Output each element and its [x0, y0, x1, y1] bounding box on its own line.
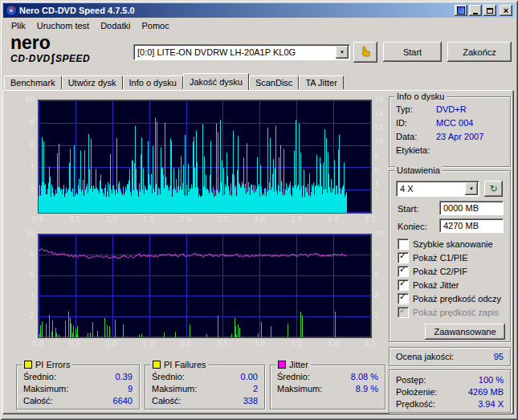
close-button[interactable]: × [500, 5, 512, 16]
legend-box-pi-failures: PI FailuresŚrednio:0.00Maksimum:2Całość:… [145, 365, 265, 410]
checkbox-pokaż-jitter[interactable]: ✓Pokaż Jitter [398, 279, 459, 291]
settings-group: Ustawienia 4 X ▼ ↻ Start: 0000 MB Koniec… [389, 170, 511, 342]
checkbox-box[interactable] [398, 239, 409, 250]
drive-select-value: [0:0] LITE-ON DVDRW LH-20A1P KL0G [134, 47, 335, 57]
chevron-down-icon[interactable]: ▼ [465, 182, 478, 195]
legend-color-swatch [278, 361, 286, 369]
y-axis-tick-left: 2 [15, 186, 35, 194]
advanced-button[interactable]: Zaawansowane [425, 324, 505, 340]
menu-item-pomoc[interactable]: Pomoc [136, 20, 174, 31]
logo-speed: SPEED [55, 53, 90, 64]
nero-logo: nero CD·DVD∫SPEED [10, 34, 131, 64]
info-value: 6640 [113, 395, 133, 407]
app-window: Nero CD-DVD Speed 4.7.5.0 × PlikUruchom … [0, 0, 518, 420]
start-mb-value: 0000 MB [443, 203, 479, 213]
info-label: Data: [396, 131, 436, 143]
info-label: Maksimum: [152, 383, 197, 395]
checkbox-szybkie-skanowanie[interactable]: Szybkie skanowanie [398, 239, 493, 250]
minimize-button[interactable] [469, 5, 482, 16]
drive-select[interactable]: [0:0] LITE-ON DVDRW LH-20A1P KL0G ▼ [133, 44, 350, 60]
window-title: Nero CD-DVD Speed 4.7.5.0 [19, 6, 452, 15]
y-axis-tick-right: 8 [374, 152, 390, 161]
legend-box-pi-errors: PI ErrorsŚrednio:0.39Maksimum:9Całość:66… [16, 365, 140, 410]
y-axis-tick-right: 14 [374, 110, 390, 119]
titlebar-extra-button[interactable] [455, 5, 467, 16]
menu-item-plik[interactable]: Plik [6, 20, 31, 31]
info-label: Maksimum: [277, 383, 322, 395]
info-label: Etykieta: [396, 145, 436, 157]
close-icon: × [504, 6, 508, 15]
speed-select[interactable]: 4 X ▼ [396, 181, 479, 197]
info-row: Postęp:100 % [390, 374, 510, 386]
y-axis-tick-left: 10 [15, 96, 35, 104]
checkbox-box[interactable]: ✓ [398, 279, 409, 291]
x-axis-tick: 2.0 [175, 215, 196, 224]
y-axis-tick-right: 4 [374, 292, 390, 300]
legend-title-text: PI Failures [164, 359, 206, 370]
info-label: Maksimum: [23, 383, 68, 395]
info-row: Etykieta: [390, 145, 510, 157]
app-icon [6, 5, 17, 16]
y-axis-tick-right: 6 [374, 271, 390, 279]
checkbox-pokaż-prędkość-zapis[interactable]: ✓Pokaż prędkość zapis [398, 307, 499, 318]
checkbox-box[interactable]: ✓ [398, 293, 409, 304]
info-value: 9 [128, 383, 133, 395]
tab-jakość-dysku[interactable]: Jakość dysku [183, 73, 249, 90]
exit-button[interactable]: Zakończ [447, 42, 512, 62]
check-icon: ✓ [399, 292, 406, 302]
checkbox-label: Pokaż C2/PIF [413, 267, 467, 276]
info-row: Średnio:8.08 % [271, 371, 385, 383]
x-axis-tick: 2.0 [175, 340, 196, 349]
check-icon: ✓ [399, 278, 406, 288]
start-button[interactable]: Start [383, 42, 442, 62]
y-axis-tick-right: 2 [374, 194, 390, 203]
info-label: Postęp: [396, 374, 426, 386]
y-axis-tick-left: 4 [15, 292, 35, 300]
legend-color-swatch [153, 361, 161, 369]
checkbox-pokaż-prędkość-odczy[interactable]: ✓Pokaż prędkość odczy [398, 293, 501, 304]
check-icon: ✓ [399, 264, 406, 275]
maximize-button[interactable] [483, 5, 496, 16]
y-axis-tick-right: 6 [374, 166, 390, 175]
refresh-icon: ↻ [489, 183, 497, 194]
checkbox-box[interactable]: ✓ [398, 307, 409, 318]
checkbox-label: Pokaż C1/PIE [413, 253, 467, 263]
refresh-button[interactable]: ↻ [484, 181, 503, 197]
y-axis-tick-right: 4 [374, 180, 390, 189]
start-mb-label: Start: [398, 202, 418, 216]
info-value: 2 [253, 383, 258, 395]
progress-box: Postęp:100 %Położenie:4269 MBPrędkość:3.… [389, 369, 511, 413]
checkbox-pokaż-c1-pie[interactable]: ✓Pokaż C1/PIE [398, 252, 467, 263]
chevron-down-icon[interactable]: ▼ [336, 46, 349, 59]
y-axis-tick-right: 12 [374, 124, 390, 133]
info-label: ID: [396, 117, 436, 129]
hand-icon-button[interactable] [353, 42, 377, 63]
y-axis-tick-left: 2 [15, 312, 35, 320]
speed-select-value: 4 X [397, 184, 464, 194]
legend-color-swatch [24, 361, 32, 369]
hand-icon [359, 45, 372, 59]
y-axis-tick-right: 2 [374, 312, 390, 320]
checkbox-box[interactable]: ✓ [398, 266, 409, 277]
x-axis-tick: 0.0 [27, 340, 48, 349]
info-row: Średnio:0.39 [17, 371, 139, 383]
titlebar: Nero CD-DVD Speed 4.7.5.0 × [3, 3, 515, 18]
start-mb-input[interactable]: 0000 MB [439, 201, 504, 215]
checkbox-pokaż-c2-pif[interactable]: ✓Pokaż C2/PIF [398, 266, 467, 277]
x-axis-tick: 0.5 [64, 215, 85, 224]
tab-benchmark[interactable]: Benchmark [4, 75, 62, 89]
tab-utwórz-dysk[interactable]: Utwórz dysk [62, 75, 123, 89]
titlebar-buttons: × [455, 5, 512, 16]
x-axis-tick: 1.5 [138, 215, 159, 224]
info-value: 8.9 % [356, 383, 378, 395]
checkbox-box[interactable]: ✓ [398, 252, 409, 263]
minimize-icon [473, 13, 478, 14]
x-axis-tick: 4.5 [360, 340, 381, 349]
end-mb-input[interactable]: 4270 MB [439, 218, 504, 233]
tab-ta-jitter[interactable]: TA Jitter [299, 75, 344, 89]
disc-info-group: Info o dysku Typ:DVD+RID:MCC 004Data:23 … [389, 96, 511, 167]
menu-item-uruchom-test[interactable]: Uruchom test [31, 20, 95, 31]
menu-item-dodatki[interactable]: Dodatki [95, 20, 136, 31]
tab-scandisc[interactable]: ScanDisc [249, 75, 299, 89]
tab-info-o-dysku[interactable]: Info o dysku [123, 75, 183, 89]
